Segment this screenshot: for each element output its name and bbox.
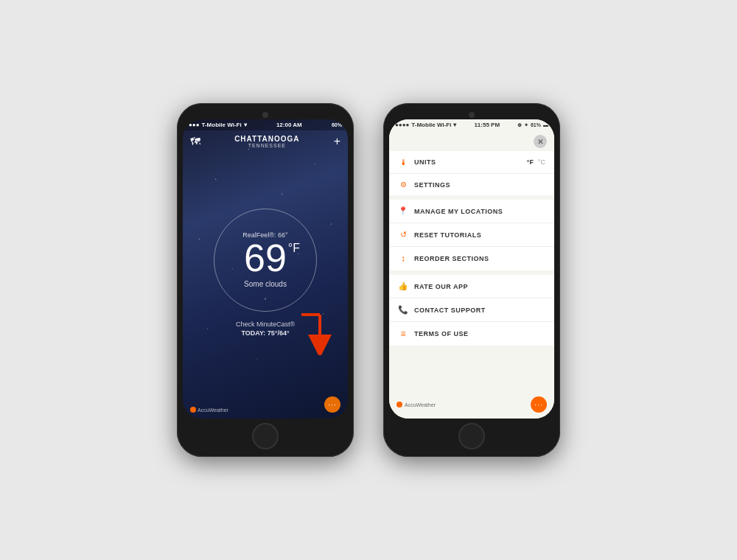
thumbs-up-icon: 👍 <box>398 281 408 291</box>
battery-right: 61% <box>531 122 541 127</box>
reorder-label: REORDER SECTIONS <box>414 255 545 262</box>
terms-label: TERMS OF USE <box>414 330 545 337</box>
units-options: °F °C <box>527 158 545 166</box>
city-name: CHATTANOOGA <box>234 135 299 143</box>
carrier-text-right: T-Mobile Wi-Fi <box>411 122 451 128</box>
weather-conditions: Some clouds <box>244 280 287 288</box>
reset-icon: ↺ <box>398 230 408 239</box>
accuweather-brand: AccuWeather <box>190 407 228 413</box>
celsius-option[interactable]: °C <box>538 158 545 166</box>
battery-icon: ▬ <box>543 122 548 127</box>
phone-icon: 📞 <box>398 305 408 315</box>
menu-screen: ●●●● T-Mobile Wi-Fi ▾ 11:55 PM ⊕ ✦ 61% ▬… <box>389 119 554 419</box>
menu-footer: AccuWeather ··· <box>389 392 554 419</box>
menu-item-reorder[interactable]: ↕ REORDER SECTIONS <box>389 247 554 270</box>
map-icon[interactable]: 🗺 <box>190 136 200 147</box>
menu-item-settings[interactable]: ⚙ SETTINGS <box>389 174 554 195</box>
left-phone: ●●● T-Mobile Wi-Fi ▾ 12:00 AM 60% 🗺 CHAT… <box>177 103 354 457</box>
status-left-right: ●●●● T-Mobile Wi-Fi ▾ <box>395 122 456 128</box>
phone-camera-right <box>469 112 475 118</box>
menu-header: ✕ <box>389 130 554 151</box>
home-button-right[interactable] <box>458 423 485 449</box>
today-temp: TODAY: 75°/64° <box>241 329 289 337</box>
menu-item-units[interactable]: 🌡 UNITS °F °C <box>389 151 554 174</box>
temp-unit: °F <box>288 242 300 254</box>
right-phone-screen: ●●●● T-Mobile Wi-Fi ▾ 11:55 PM ⊕ ✦ 61% ▬… <box>389 119 554 419</box>
menu-section-2: 📍 MANAGE MY LOCATIONS ↺ RESET TUTORIALS … <box>389 200 554 270</box>
add-location-button[interactable]: + <box>334 135 340 148</box>
menu-section-3: 👍 RATE OUR APP 📞 CONTACT SUPPORT ≡ TERMS… <box>389 275 554 346</box>
left-phone-screen: ●●● T-Mobile Wi-Fi ▾ 12:00 AM 60% 🗺 CHAT… <box>183 119 348 419</box>
brand-name-right: AccuWeather <box>405 402 436 407</box>
reorder-icon: ↕ <box>398 253 408 264</box>
location-pin-icon: 📍 <box>398 206 408 216</box>
phone-camera <box>262 112 268 118</box>
more-options-button-right[interactable]: ··· <box>531 396 547 413</box>
reset-tutorials-label: RESET TUTORIALS <box>414 231 545 239</box>
main-temperature: 69°F <box>244 239 287 277</box>
weather-content: RealFeel®: 66° 69°F Some clouds Check Mi… <box>183 153 348 392</box>
units-icon: 🌡 <box>398 158 408 167</box>
menu-section-1: 🌡 UNITS °F °C ⚙ SETTINGS <box>389 151 554 195</box>
menu-item-rate-app[interactable]: 👍 RATE OUR APP <box>389 275 554 298</box>
minutecast-label: Check MinuteCast® <box>236 321 295 328</box>
down-arrow-annotation <box>298 311 335 355</box>
state-name: TENNESSEE <box>234 143 299 148</box>
units-label: UNITS <box>414 158 521 166</box>
contact-support-label: CONTACT SUPPORT <box>414 307 545 314</box>
menu-item-reset-tutorials[interactable]: ↺ RESET TUTORIALS <box>389 223 554 247</box>
settings-label: SETTINGS <box>414 181 545 189</box>
manage-locations-label: MANAGE MY LOCATIONS <box>414 208 545 215</box>
weather-location: CHATTANOOGA TENNESSEE <box>234 135 299 148</box>
status-right-right: ⊕ ✦ 61% ▬ <box>517 122 548 128</box>
more-options-button[interactable]: ··· <box>324 396 340 413</box>
location-icon: ⊕ <box>517 122 522 128</box>
weather-screen: ●●● T-Mobile Wi-Fi ▾ 12:00 AM 60% 🗺 CHAT… <box>183 119 348 419</box>
right-phone: ●●●● T-Mobile Wi-Fi ▾ 11:55 PM ⊕ ✦ 61% ▬… <box>383 103 560 457</box>
accuweather-brand-right: AccuWeather <box>397 402 436 407</box>
home-button[interactable] <box>252 423 279 449</box>
menu-item-manage-locations[interactable]: 📍 MANAGE MY LOCATIONS <box>389 200 554 223</box>
menu-item-terms[interactable]: ≡ TERMS OF USE <box>389 322 554 346</box>
bluetooth-icon: ✦ <box>524 122 528 128</box>
weather-nav: 🗺 CHATTANOOGA TENNESSEE + <box>183 130 348 153</box>
brand-name: AccuWeather <box>198 407 228 413</box>
accu-dot <box>190 407 196 413</box>
time-display-right: 11:55 PM <box>474 122 500 128</box>
terms-icon: ≡ <box>398 329 408 339</box>
weather-footer: AccuWeather ··· <box>183 392 348 419</box>
menu-item-contact-support[interactable]: 📞 CONTACT SUPPORT <box>389 298 554 322</box>
settings-icon: ⚙ <box>398 181 408 189</box>
fahrenheit-option[interactable]: °F <box>527 158 534 166</box>
menu-list: 🌡 UNITS °F °C ⚙ SETTINGS <box>389 151 554 392</box>
accu-dot-right <box>397 402 402 407</box>
wifi-icon-right: ▾ <box>453 122 456 128</box>
rate-app-label: RATE OUR APP <box>414 283 545 290</box>
signal-icon-right: ●●●● <box>395 122 409 128</box>
status-bar-right: ●●●● T-Mobile Wi-Fi ▾ 11:55 PM ⊕ ✦ 61% ▬ <box>389 119 554 130</box>
temperature-circle: RealFeel®: 66° 69°F Some clouds <box>214 209 317 312</box>
close-button[interactable]: ✕ <box>534 135 547 148</box>
